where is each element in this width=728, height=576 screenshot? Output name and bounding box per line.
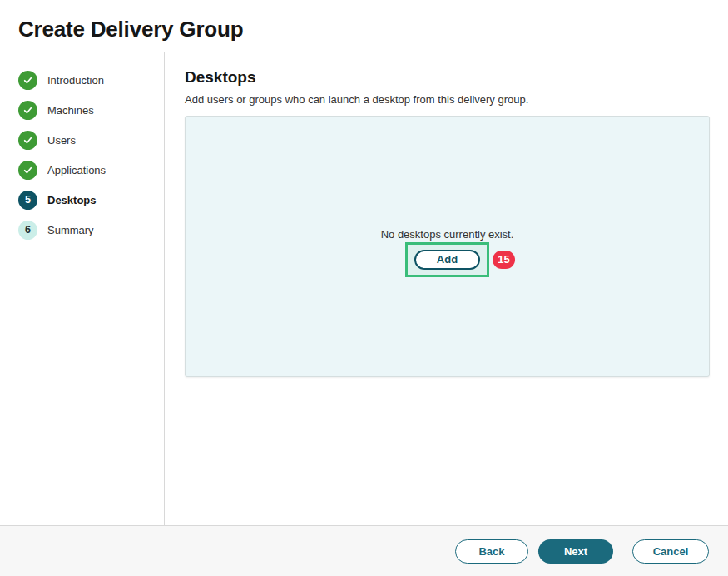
add-button-annotation-group: Add 15 (405, 242, 489, 277)
sidebar-step-label: Introduction (47, 74, 104, 87)
check-icon (18, 161, 37, 180)
add-button[interactable]: Add (414, 250, 480, 270)
check-icon (18, 71, 37, 90)
sidebar-step-machines[interactable]: Machines (18, 95, 164, 125)
page-title: Create Delivery Group (18, 17, 243, 42)
wizard-steps-list: IntroductionMachinesUsersApplications5De… (0, 52, 164, 245)
sidebar-step-label: Users (47, 134, 76, 146)
wizard-steps-sidebar: IntroductionMachinesUsersApplications5De… (0, 52, 165, 525)
empty-state-message: No desktops currently exist. (381, 228, 514, 241)
sidebar-step-applications[interactable]: Applications (18, 155, 164, 185)
sidebar-step-label: Desktops (47, 194, 97, 206)
desktops-empty-panel: No desktops currently exist. Add 15 (185, 116, 710, 377)
wizard-footer: Back Next Cancel (0, 525, 728, 576)
sidebar-step-introduction[interactable]: Introduction (18, 65, 164, 95)
sidebar-step-label: Machines (47, 104, 94, 117)
check-icon (18, 101, 37, 120)
next-button[interactable]: Next (538, 539, 613, 564)
sidebar-step-label: Summary (47, 224, 94, 236)
step-heading: Desktops (185, 68, 256, 87)
back-button[interactable]: Back (455, 539, 528, 564)
step-number-badge: 5 (18, 191, 37, 210)
cancel-button[interactable]: Cancel (632, 539, 709, 564)
annotation-number-badge: 15 (493, 251, 515, 269)
sidebar-step-summary[interactable]: 6Summary (18, 215, 164, 245)
check-icon (18, 131, 37, 150)
step-description: Add users or groups who can launch a des… (185, 93, 528, 106)
sidebar-step-users[interactable]: Users (18, 125, 164, 155)
annotation-highlight-box: Add (405, 242, 489, 277)
empty-state: No desktops currently exist. Add 15 (381, 228, 514, 277)
sidebar-step-desktops[interactable]: 5Desktops (18, 185, 164, 215)
step-number-badge: 6 (18, 221, 37, 240)
sidebar-step-label: Applications (47, 164, 106, 176)
